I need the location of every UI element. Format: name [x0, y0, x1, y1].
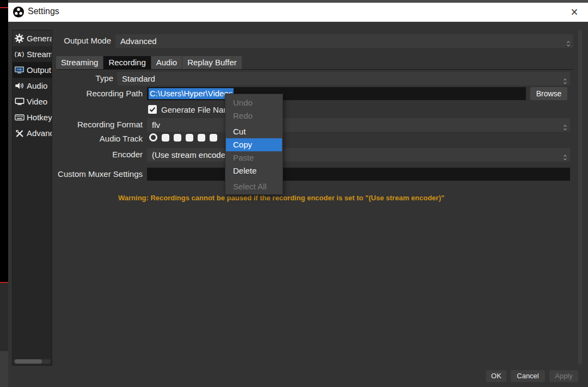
cancel-button[interactable]: Cancel — [511, 370, 545, 382]
browse-button[interactable]: Browse — [530, 87, 567, 100]
gear-icon — [14, 34, 24, 43]
dropdown-chevron-icon — [566, 38, 571, 51]
generate-filename-label: Generate File Nam — [161, 105, 230, 115]
encoder-value: (Use stream encoder) — [152, 150, 231, 159]
context-menu-item-paste: Paste — [225, 151, 283, 164]
context-menu-item-select-all: Select All — [225, 180, 283, 193]
keyboard-icon — [14, 113, 24, 121]
monitor-arrow-icon — [14, 66, 24, 75]
custom-muxer-input[interactable] — [147, 168, 570, 181]
titlebar[interactable]: Settings × — [8, 3, 588, 22]
audio-track-checkbox-unchecked[interactable] — [149, 133, 157, 142]
custom-muxer-label: Custom Muxer Settings — [33, 168, 143, 181]
tab-recording[interactable]: Recording — [103, 56, 150, 69]
monitor-icon — [14, 97, 24, 106]
background-toolbar — [0, 351, 8, 387]
recording-path-input[interactable]: C:\Users\Hyper\Videos — [147, 87, 526, 100]
context-menu-item-redo: Redo — [225, 109, 283, 122]
tab-audio[interactable]: Audio — [151, 56, 182, 69]
tools-icon — [14, 129, 24, 138]
sidebar-item-label: Stream — [27, 50, 52, 59]
audio-track-checkbox-checked[interactable] — [186, 134, 193, 142]
context-menu-item-undo: Undo — [225, 96, 283, 109]
context-menu-item-copy[interactable]: Copy — [226, 138, 282, 151]
output-mode-select[interactable]: Advanced — [115, 34, 573, 48]
preview-red-border — [0, 7, 8, 8]
type-label: Type — [33, 72, 113, 85]
audio-track-label: Audio Track — [33, 132, 143, 145]
recording-format-value: flv — [152, 120, 160, 130]
encoder-select[interactable]: (Use stream encoder) — [147, 148, 570, 162]
broadcast-icon: A — [14, 50, 24, 59]
recording-path-label: Recording Path — [33, 87, 143, 100]
dropdown-chevron-icon — [563, 151, 567, 165]
scrollbar-thumb[interactable] — [15, 359, 42, 364]
settings-dialog: Settings × — [8, 0, 588, 387]
output-mode-label: Output Mode — [33, 34, 111, 47]
recording-format-select[interactable]: flv — [147, 118, 570, 132]
context-menu-item-cut[interactable]: Cut — [225, 125, 283, 138]
type-select[interactable]: Standard — [117, 72, 570, 85]
window-title: Settings — [28, 7, 59, 16]
background-app-strip — [0, 0, 8, 387]
screen: Settings × — [0, 0, 588, 387]
sidebar-horizontal-scrollbar[interactable] — [14, 359, 51, 364]
output-mode-value: Advanced — [120, 36, 157, 46]
tab-replay-buffer[interactable]: Replay Buffer — [182, 56, 242, 69]
audio-track-checkbox-checked[interactable] — [162, 134, 169, 142]
type-value: Standard — [122, 74, 155, 83]
close-button[interactable]: × — [567, 3, 581, 21]
dropdown-chevron-icon — [563, 121, 567, 135]
apply-button: Apply — [549, 370, 578, 382]
encoder-label: Encoder — [33, 148, 143, 161]
tab-streaming[interactable]: Streaming — [56, 56, 103, 69]
edit-context-menu: Undo Redo Cut Copy Paste Delete Select A… — [225, 94, 283, 195]
audio-track-checkbox-checked[interactable] — [210, 134, 217, 142]
output-tabs: Streaming Recording Audio Replay Buffer — [56, 56, 242, 69]
selected-path-text: C:\Users\Hyper\Videos — [149, 88, 234, 99]
sidebar-item-stream[interactable]: A Stream — [13, 46, 52, 62]
background-dock — [0, 283, 8, 351]
recording-warning-text: Warning: Recordings cannot be paused if … — [118, 194, 444, 202]
speaker-icon — [14, 82, 24, 90]
audio-track-checkbox-checked[interactable] — [174, 134, 181, 142]
audio-track-checkbox-checked[interactable] — [198, 134, 205, 142]
recording-format-label: Recording Format — [33, 118, 143, 131]
settings-vertical-scrollbar[interactable] — [578, 30, 582, 365]
tab-bar-divider — [56, 69, 573, 70]
obs-logo-icon — [13, 6, 24, 18]
audio-track-boxes — [149, 133, 217, 142]
ok-button[interactable]: OK — [486, 370, 506, 382]
generate-filename-checkbox[interactable] — [148, 105, 157, 114]
context-menu-item-delete[interactable]: Delete — [225, 164, 283, 177]
